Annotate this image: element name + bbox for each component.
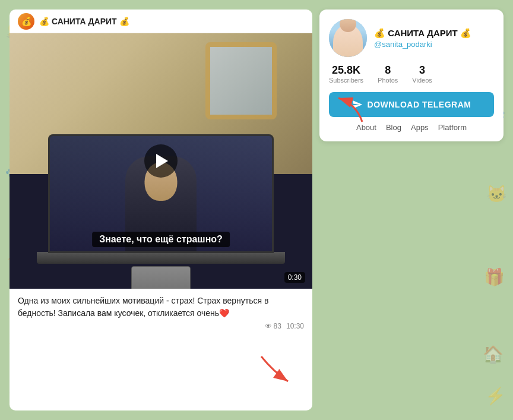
channel-header: 💰 САНИТА ДАРИТ 💰 @sanita_podarki <box>329 19 494 57</box>
video-subtitle: Знаете, что ещё страшно? <box>92 232 230 247</box>
laptop-base <box>37 252 285 264</box>
page-wrapper: 💰 💰 САНИТА ДАРИТ 💰 <box>0 0 513 420</box>
post-text-main: Одна из моих сильнейших мотиваций - стра… <box>18 296 268 318</box>
about-link[interactable]: About <box>356 123 376 132</box>
post-heart: ❤️ <box>219 308 229 318</box>
top-bar-title: 💰 САНИТА ДАРИТ 💰 <box>39 17 129 26</box>
video-duration: 0:30 <box>284 272 305 283</box>
telegram-icon <box>352 99 363 110</box>
platform-link[interactable]: Platform <box>438 123 467 132</box>
top-bar: 💰 💰 САНИТА ДАРИТ 💰 <box>10 10 312 33</box>
post-text: Одна из моих сильнейших мотиваций - стра… <box>18 295 304 320</box>
post-time: 10:30 <box>286 322 304 330</box>
subscribers-value: 25.8K <box>332 64 360 77</box>
apps-link[interactable]: Apps <box>411 123 429 132</box>
post-card: Знаете, что ещё страшно? 0:30 Одна из мо… <box>10 33 312 410</box>
channel-card: 💰 САНИТА ДАРИТ 💰 @sanita_podarki 25.8K S… <box>319 10 504 141</box>
post-views: 👁 83 <box>265 322 281 330</box>
subscribers-label: Subscribers <box>329 77 363 84</box>
channel-name: 💰 САНИТА ДАРИТ 💰 <box>374 28 494 39</box>
videos-value: 3 <box>419 64 425 77</box>
play-button[interactable] <box>144 144 178 178</box>
left-column: 💰 💰 САНИТА ДАРИТ 💰 <box>10 10 312 410</box>
photos-value: 8 <box>385 64 391 77</box>
post-meta: 👁 83 10:30 <box>18 322 304 330</box>
stat-photos: 8 Photos <box>378 64 398 84</box>
post-video-area: Знаете, что ещё страшно? 0:30 <box>10 33 312 289</box>
right-column: 💰 САНИТА ДАРИТ 💰 @sanita_podarki 25.8K S… <box>319 10 504 410</box>
laptop-trackpad <box>131 266 191 289</box>
stat-subscribers: 25.8K Subscribers <box>329 64 363 84</box>
avatar-body <box>333 24 363 57</box>
photos-label: Photos <box>378 77 398 84</box>
footer-links: About Blog Apps Platform <box>329 123 494 132</box>
channel-username[interactable]: @sanita_podarki <box>374 40 494 49</box>
download-telegram-button[interactable]: DOWNLOAD TELEGRAM <box>329 92 494 117</box>
blog-link[interactable]: Blog <box>386 123 401 132</box>
download-btn-label: DOWNLOAD TELEGRAM <box>368 100 471 109</box>
play-icon <box>156 154 168 168</box>
channel-avatar <box>329 19 367 57</box>
post-content: Одна из моих сильнейших мотиваций - стра… <box>10 289 312 410</box>
mirror <box>205 42 277 119</box>
avatar-illustration <box>329 19 367 57</box>
stat-videos: 3 Videos <box>412 64 432 84</box>
eye-icon: 👁 <box>265 322 272 330</box>
channel-info: 💰 САНИТА ДАРИТ 💰 @sanita_podarki <box>374 28 494 49</box>
channel-stats: 25.8K Subscribers 8 Photos 3 Videos <box>329 64 494 84</box>
videos-label: Videos <box>412 77 432 84</box>
top-bar-avatar: 💰 <box>18 13 34 30</box>
avatar-head <box>340 19 356 32</box>
